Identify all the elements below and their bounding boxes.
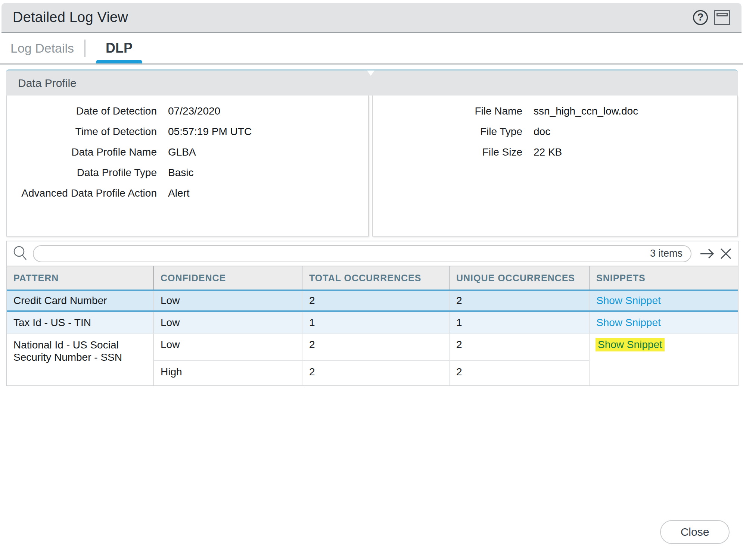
panel-seam-notch: [367, 71, 374, 76]
close-button[interactable]: Close: [660, 520, 730, 544]
field-row: Data Profile Name GLBA: [7, 146, 368, 167]
pattern-cell: Tax Id - US - TIN: [7, 312, 153, 334]
column-header-snippets[interactable]: SNIPPETS: [589, 266, 738, 290]
field-label: Data Profile Type: [7, 167, 157, 179]
field-row: Time of Detection 05:57:19 PM UTC: [7, 126, 368, 146]
pattern-cell: Credit Card Number: [7, 291, 153, 310]
snippets-cell: Show Snippet: [589, 291, 738, 310]
field-label: File Type: [373, 126, 522, 138]
active-tab-indicator: [96, 60, 142, 63]
tab-dlp-label: DLP: [106, 40, 133, 56]
search-icon: [13, 245, 28, 262]
clear-filter-x-icon[interactable]: [719, 247, 733, 260]
confidence-cell: High: [154, 361, 302, 385]
column-header-total-occurrences[interactable]: TOTAL OCCURRENCES: [302, 266, 449, 290]
unique-occurrences-cell: 2: [449, 361, 589, 385]
field-label: Advanced Data Profile Action: [7, 187, 157, 199]
column-header-confidence[interactable]: CONFIDENCE: [153, 266, 302, 290]
field-value: 07/23/2020: [168, 105, 220, 117]
field-label: File Name: [373, 105, 522, 117]
unique-occurrences-cell: 2: [449, 291, 589, 310]
pattern-table-panel: 3 items PATTERN CONFIDENCE TOTAL OCCURRE…: [6, 241, 739, 386]
column-header-pattern[interactable]: PATTERN: [7, 266, 153, 290]
field-label: Data Profile Name: [7, 146, 157, 158]
field-row: Data Profile Type Basic: [7, 167, 368, 187]
items-count-badge: 3 items: [650, 248, 683, 259]
table-row-tax-id[interactable]: Tax Id - US - TIN Low 1 1 Show Snippet: [7, 312, 738, 334]
data-profile-section: Data Profile Date of Detection 07/23/202…: [6, 69, 738, 237]
pattern-cell: National Id - US Social Security Number …: [7, 334, 153, 385]
detailed-log-view-dialog: Detailed Log View ? Log Details DLP Data…: [0, 0, 743, 560]
table-row-credit-card[interactable]: Credit Card Number Low 2 2 Show Snippet: [7, 290, 738, 312]
total-occurrences-cell: 2: [302, 334, 449, 360]
file-details-card: File Name ssn_high_ccn_low.doc File Type…: [372, 96, 738, 237]
sub-row-high: High 2 2: [154, 361, 589, 385]
detection-details-card: Date of Detection 07/23/2020 Time of Det…: [6, 96, 369, 237]
field-value: Basic: [168, 167, 193, 179]
table-header-row: PATTERN CONFIDENCE TOTAL OCCURRENCES UNI…: [7, 266, 738, 290]
field-value: GLBA: [168, 146, 196, 158]
field-value: 22 KB: [534, 146, 562, 158]
window-panel-icon-bar: [716, 13, 728, 16]
sub-row-low: Low 2 2: [154, 334, 589, 361]
total-occurrences-cell: 1: [302, 312, 449, 334]
search-row: 3 items: [7, 241, 738, 266]
field-label: File Size: [373, 146, 522, 158]
help-icon[interactable]: ?: [693, 10, 708, 25]
confidence-cell: Low: [153, 291, 302, 310]
show-snippet-link-highlighted[interactable]: Show Snippet: [596, 338, 665, 351]
dialog-title: Detailed Log View: [13, 9, 128, 25]
unique-occurrences-cell: 1: [449, 312, 589, 334]
data-profile-header: Data Profile: [6, 69, 738, 96]
confidence-subrows: Low 2 2 High 2 2: [153, 334, 589, 385]
titlebar-icons: ?: [693, 10, 730, 25]
confidence-cell: Low: [153, 312, 302, 334]
show-snippet-link[interactable]: Show Snippet: [596, 317, 661, 329]
total-occurrences-cell: 2: [302, 361, 449, 385]
column-header-unique-occurrences[interactable]: UNIQUE OCCURRENCES: [449, 266, 589, 290]
unique-occurrences-cell: 2: [449, 334, 589, 360]
window-panel-icon[interactable]: [714, 10, 730, 25]
apply-filter-arrow-icon[interactable]: [700, 247, 715, 260]
dialog-titlebar: Detailed Log View ?: [1, 3, 742, 33]
field-value: 05:57:19 PM UTC: [168, 126, 252, 138]
field-row: File Name ssn_high_ccn_low.doc: [373, 105, 737, 126]
search-pill: 3 items: [33, 245, 691, 262]
confidence-cell: Low: [154, 334, 302, 360]
field-label: Date of Detection: [7, 105, 157, 117]
data-profile-title: Data Profile: [18, 77, 77, 90]
search-input[interactable]: [42, 248, 650, 259]
field-row: Date of Detection 07/23/2020: [7, 105, 368, 126]
field-label: Time of Detection: [7, 126, 157, 138]
field-row: File Type doc: [373, 126, 737, 146]
table-row-national-id[interactable]: National Id - US Social Security Number …: [7, 334, 738, 385]
snippets-cell: Show Snippet: [589, 334, 738, 385]
tab-separator: [84, 40, 86, 57]
field-value: doc: [534, 126, 550, 138]
show-snippet-link[interactable]: Show Snippet: [596, 295, 661, 307]
total-occurrences-cell: 2: [302, 291, 449, 310]
field-value: Alert: [168, 187, 190, 199]
field-value: ssn_high_ccn_low.doc: [534, 105, 638, 117]
tab-bar: Log Details DLP: [0, 33, 743, 63]
tab-log-details[interactable]: Log Details: [10, 41, 74, 56]
field-row: Advanced Data Profile Action Alert: [7, 187, 368, 208]
help-glyph: ?: [697, 12, 704, 22]
tabs-divider: [0, 63, 743, 65]
snippets-cell: Show Snippet: [589, 312, 738, 334]
tab-dlp[interactable]: DLP: [96, 33, 142, 63]
field-row: File Size 22 KB: [373, 146, 737, 167]
